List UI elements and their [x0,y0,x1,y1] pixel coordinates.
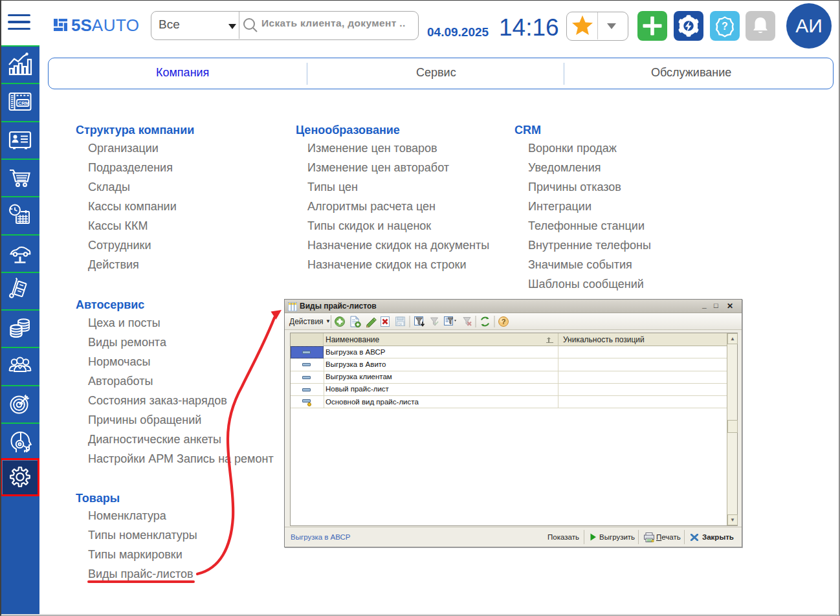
svg-text:?: ? [502,318,506,325]
svg-text:ОК: ОК [398,323,403,326]
svg-text:CRM: CRM [18,100,29,106]
svg-text:?: ? [722,21,728,32]
